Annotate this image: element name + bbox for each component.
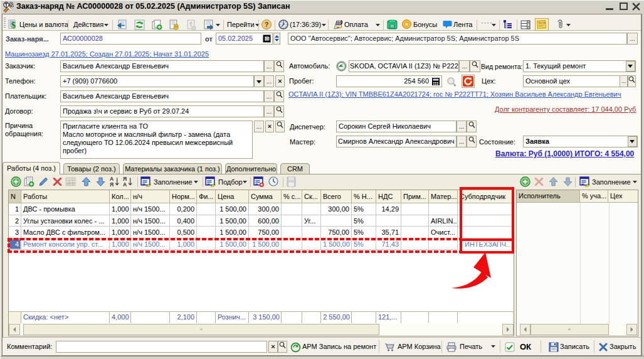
- svg-text:Я: Я: [110, 181, 113, 187]
- svg-text:$: $: [11, 21, 16, 29]
- svg-text:NOTE: NOTE: [539, 21, 546, 24]
- svg-text:ИТОГ: ИТОГ: [66, 182, 75, 186]
- svg-text:А: А: [123, 181, 127, 187]
